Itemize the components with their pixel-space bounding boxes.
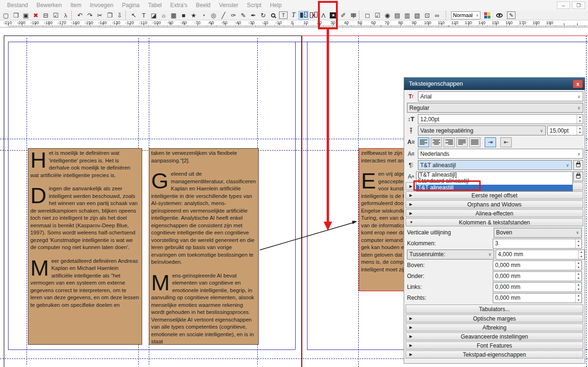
close-document-icon[interactable]: ✖ <box>31 11 41 20</box>
column-gap-mode-select[interactable]: Tussenruimte: ∨ <box>407 250 494 260</box>
minimize-button[interactable]: – <box>557 1 570 9</box>
language-select[interactable]: Nederlands ∨ <box>418 149 583 159</box>
section-afbreking[interactable]: ▶ Afbreking <box>406 323 583 331</box>
section-orphans-widows[interactable]: ▶ Orphans and Widows <box>406 200 583 208</box>
remove-character-style-button[interactable] <box>573 171 583 181</box>
spinner-arrows-icon[interactable]: ▲▼ <box>575 283 581 292</box>
redo-icon[interactable]: ↷ <box>85 11 95 20</box>
select-item-icon[interactable]: ↖ <box>129 11 139 20</box>
vertical-alignment-select[interactable]: Boven ∨ <box>494 228 582 238</box>
edit-in-preview-icon[interactable]: ✎ <box>507 11 516 19</box>
distance-right-spinbox[interactable]: 0,000 mm ▲▼ <box>493 293 582 303</box>
distance-top-spinbox[interactable]: 0,000 mm ▲▼ <box>493 260 582 270</box>
eyedropper-icon[interactable]: ✐ <box>338 11 348 20</box>
paragraph-style-select[interactable]: T&T alineastijl ∨ <box>418 160 572 170</box>
pdf-radio-button-icon[interactable]: ◉ <box>382 11 392 20</box>
save-document-icon[interactable]: ▣ <box>21 11 31 20</box>
distance-left-spinbox[interactable]: 0,000 mm ▲▼ <box>493 282 582 292</box>
copy-icon[interactable]: ❐ <box>105 11 115 20</box>
font-family-select[interactable]: Arial ∨ <box>418 91 583 101</box>
insert-image-frame-icon[interactable]: ◪ <box>149 11 159 20</box>
menu-bestand[interactable]: Bestand <box>3 0 32 10</box>
color-management-icon[interactable] <box>482 11 492 20</box>
pdf-push-button-icon[interactable]: ◻ <box>362 11 372 20</box>
pdf-list-box-icon[interactable]: ▧ <box>412 11 422 20</box>
paste-icon[interactable]: ⇩ <box>115 11 125 20</box>
tabulators-button[interactable]: Tabulators... <box>406 304 583 313</box>
menu-venster[interactable]: Venster <box>215 0 243 10</box>
measurements-icon[interactable]: Λ <box>318 11 328 20</box>
panel-title-bar[interactable]: Teksteigenschappen x <box>404 78 585 90</box>
section-tekstpad-eigenschappen[interactable]: ▶ Tekstpad-eigenschappen <box>406 350 583 358</box>
vertical-guide[interactable] <box>27 38 27 365</box>
preview-mode-icon[interactable] <box>494 11 504 20</box>
insert-spiral-icon[interactable]: ◎ <box>208 11 218 20</box>
spinner-arrows-icon[interactable]: ▲▼ <box>575 294 581 303</box>
image-effect-mode-select[interactable]: Normaal ∨ <box>451 11 480 19</box>
menu-pagina[interactable]: Pagina <box>118 0 144 10</box>
font-size-spinbox[interactable]: 12,00pt ▲▼ <box>418 114 583 124</box>
align-center-button[interactable] <box>431 137 442 147</box>
spinner-arrows-icon[interactable]: ▲▼ <box>575 239 581 248</box>
copy-item-properties-icon[interactable]: ★ <box>328 11 338 20</box>
remove-paragraph-style-button[interactable] <box>573 160 583 170</box>
spinner-arrows-icon[interactable]: ▲▼ <box>577 126 583 135</box>
ltr-direction-button[interactable]: ⇥ <box>485 137 496 147</box>
pdf-text-annotation-icon[interactable]: ⊡ <box>422 11 432 20</box>
style-option[interactable]: [T&T alineastijl] <box>416 172 572 178</box>
rtl-direction-button[interactable]: ⇤ <box>500 137 512 147</box>
menu-tabel[interactable]: Tabel <box>144 0 166 10</box>
columns-spinbox[interactable]: 3 ▲▼ <box>493 239 582 249</box>
insert-table-icon[interactable]: ▦ <box>169 11 179 20</box>
menu-item[interactable]: Item <box>66 0 85 10</box>
undo-icon[interactable]: ↶ <box>75 11 85 20</box>
section-alinea-effecten[interactable]: ▶ Alinea-effecten <box>406 209 583 217</box>
insert-render-frame-icon[interactable]: ☼ <box>159 11 169 20</box>
spinner-arrows-icon[interactable]: ▲▼ <box>575 272 581 281</box>
section-optische-marges[interactable]: ▶ Optische marges <box>406 314 583 322</box>
menu-help[interactable]: Help <box>266 0 286 10</box>
distance-bottom-spinbox[interactable]: 0,000 mm ▲▼ <box>493 271 582 281</box>
text-frame-column-1[interactable]: Het is moeilijk te definiëren wat 'intel… <box>28 148 142 345</box>
vertical-guide[interactable] <box>586 36 587 367</box>
align-right-button[interactable] <box>443 137 455 147</box>
pdf-combo-box-icon[interactable]: ▥ <box>402 11 412 20</box>
open-document-icon[interactable]: ❒ <box>11 11 21 20</box>
print-icon[interactable]: ⊟ <box>41 11 51 20</box>
close-icon[interactable]: x <box>573 80 583 88</box>
section-font-features[interactable]: ▶ Font Features <box>406 341 583 349</box>
menu-invoegen[interactable]: Invoegen <box>86 0 118 10</box>
story-editor-icon[interactable]: T <box>289 11 299 20</box>
rotate-item-icon[interactable]: ↻ <box>258 11 268 20</box>
unlink-text-frames-icon[interactable] <box>308 11 318 20</box>
spinner-arrows-icon[interactable]: ▲▼ <box>578 250 584 259</box>
insert-calligraphic-line-icon[interactable]: ✒ <box>248 11 258 20</box>
align-force-justify-button[interactable] <box>469 137 480 147</box>
edit-contents-icon[interactable]: T <box>279 11 288 19</box>
align-justify-button[interactable] <box>456 137 468 147</box>
barcode-icon[interactable]: ‖|‖ <box>348 11 358 20</box>
text-frame-column-2[interactable]: taken te verwezenlijken via flexibele aa… <box>149 148 259 345</box>
insert-text-frame-icon[interactable]: T <box>139 11 149 20</box>
export-pdf-icon[interactable]: λ <box>61 11 71 20</box>
section-eerste-regel-offset[interactable]: ▶ Eerste regel offset <box>406 191 583 199</box>
menu-extras[interactable]: Extra's <box>166 0 191 10</box>
insert-polygon-icon[interactable]: ★ <box>189 11 199 20</box>
paragraph-style-dropdown[interactable]: [T&T alineastijl]Standaard alineastijlT&… <box>416 171 573 191</box>
preflight-verifier-icon[interactable]: ☑ <box>51 11 61 20</box>
font-style-select[interactable]: Regular ∨ <box>407 103 583 113</box>
pdf-link-annotation-icon[interactable]: ∞ <box>432 11 442 20</box>
menu-script[interactable]: Script <box>243 0 266 10</box>
line-spacing-spinbox[interactable]: 15,00pt ▲▼ <box>547 125 583 135</box>
pdf-checkbox-icon[interactable]: ☑ <box>372 11 382 20</box>
insert-arc-icon[interactable]: ◔ <box>199 11 208 20</box>
new-document-icon[interactable]: ▢ <box>1 11 11 20</box>
insert-line-icon[interactable]: ╱ <box>218 11 228 20</box>
pdf-text-field-icon[interactable]: ▤ <box>392 11 402 20</box>
zoom-icon[interactable] <box>268 11 278 20</box>
spinner-arrows-icon[interactable]: ▲▼ <box>577 115 583 124</box>
horizontal-ruler[interactable]: -210-200-190-180-170-160-150-140-130-120… <box>0 20 588 27</box>
link-text-frames-icon[interactable] <box>299 11 308 20</box>
cut-icon[interactable]: ✂ <box>95 11 105 20</box>
spinner-arrows-icon[interactable]: ▲▼ <box>575 261 581 270</box>
